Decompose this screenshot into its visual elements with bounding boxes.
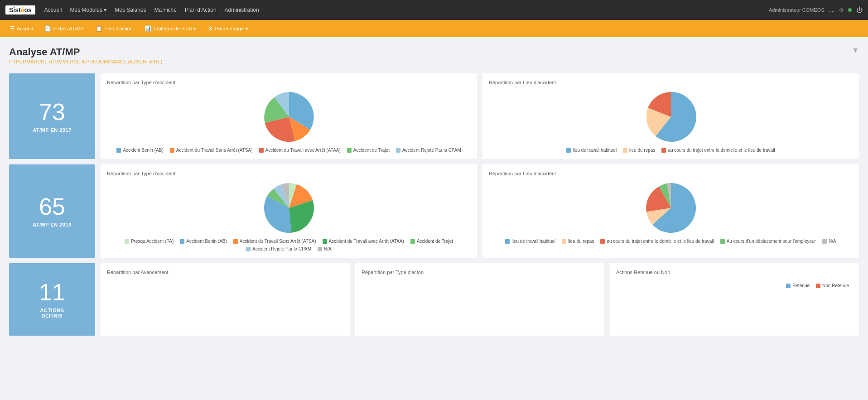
legend-dot-na-2016 bbox=[318, 247, 322, 251]
legend-retenue: Retenue Non Retenue bbox=[616, 280, 853, 292]
nav-ma-fiche[interactable]: Ma Fiche bbox=[154, 7, 177, 13]
legend-dot-atsa-2016 bbox=[233, 239, 238, 244]
chart-lieu-title-2017: Répartition par Lieu d'accident bbox=[489, 80, 853, 85]
home-icon: ☰ bbox=[10, 25, 15, 32]
legend-item: au cours du trajet entre le domicile et … bbox=[600, 239, 714, 244]
sec-nav-tableaux[interactable]: 📊 Tableaux de Bord ▾ bbox=[140, 24, 201, 34]
settings-icon[interactable]: ⚙ bbox=[839, 7, 844, 13]
sec-nav-accueil[interactable]: ☰ Accueil bbox=[5, 24, 37, 34]
legend-dot-ab bbox=[116, 148, 121, 153]
dots-label: .... bbox=[829, 7, 834, 13]
legend-label-atsa: Accident du Travail Sans Arrêt (ATSA) bbox=[176, 148, 253, 153]
legend-dot-deplacement bbox=[720, 239, 725, 244]
stat-label-2017: AT/MP EN 2017 bbox=[33, 127, 72, 133]
legend-item-non-retenue: Non Retenue bbox=[816, 283, 849, 288]
legend-label-atsa-2016: Accident du Travail Sans Arrêt (ATSA) bbox=[240, 239, 316, 244]
legend-label-na-lieu: N/A bbox=[829, 239, 836, 244]
legend-item: lieu de travail habituel bbox=[505, 239, 555, 244]
legend-label-lieu-travail-2016: lieu de travail habituel bbox=[511, 239, 555, 244]
chart-retenue-title: Actions Retenue ou Non bbox=[616, 270, 853, 275]
legend-label-trajet: Accident de Trajet bbox=[353, 148, 390, 153]
legend-item: Accident Rejeté Par la CPAM bbox=[396, 148, 461, 153]
legend-label-ataa-2016: Accident du Travail avec Arrêt (ATAA) bbox=[329, 239, 404, 244]
chart-lieu-accident-2016: Répartition par Lieu d'accident bbox=[482, 164, 859, 258]
chart-area-lieu-2016: lieu de travail habituel lieu du repas a… bbox=[489, 181, 853, 244]
stat-label-2016: AT/MP EN 2016 bbox=[33, 222, 72, 227]
legend-type-2016: Presqu Accident (PA) Accident Benin (AB)… bbox=[107, 239, 471, 251]
legend-item: Presqu Accident (PA) bbox=[125, 239, 174, 244]
sec-nav-plan-label: Plan d'action bbox=[104, 26, 133, 31]
chart-type-title-2017: Répartition par Type d'accident bbox=[107, 80, 471, 85]
stat-card-2017: 73 AT/MP EN 2017 bbox=[9, 73, 95, 159]
legend-label-trajet-lieu-2016: au cours du trajet entre le domicile et … bbox=[607, 239, 714, 244]
filter-icon[interactable]: ▼ bbox=[852, 46, 859, 54]
parametrage-icon: ⚙ bbox=[208, 25, 213, 32]
nav-administration[interactable]: Administration bbox=[225, 7, 259, 13]
chart-retenue: Actions Retenue ou Non Retenue Non Reten… bbox=[610, 263, 859, 336]
legend-item: lieu du repas bbox=[623, 148, 655, 153]
legend-dot-trajet-2016 bbox=[410, 239, 415, 244]
legend-item: Accident du Travail avec Arrêt (ATAA) bbox=[259, 148, 341, 153]
chart-type-title-2016: Répartition par Type d'accident bbox=[107, 171, 471, 176]
legend-item: Au cours d'un déplacement pour l'employe… bbox=[720, 239, 816, 244]
nav-accueil[interactable]: Accueil bbox=[44, 7, 62, 13]
chart-type-acton-title: Répartition par Type d'acton bbox=[362, 270, 598, 275]
charts-pair-2016: Répartition par Type d'accident bbox=[101, 164, 859, 258]
legend-dot-na-lieu bbox=[822, 239, 827, 244]
nav-mes-salaries[interactable]: Mes Salariés bbox=[115, 7, 146, 13]
legend-label-cpam-2016: Accident Rejeté Par la CPAM bbox=[252, 246, 311, 251]
sec-nav-accueil-label: Accueil bbox=[17, 26, 33, 31]
sec-nav-plan[interactable]: 📋 Plan d'action bbox=[91, 24, 137, 34]
sec-nav-fiches-label: Fiches AT/MP bbox=[53, 26, 84, 31]
stat-number-2016: 65 bbox=[39, 195, 65, 218]
status-dot bbox=[848, 8, 852, 12]
logo[interactable]: Sistéos bbox=[5, 5, 35, 14]
nav-right: Administrateur COMEOS .... ⚙ ⏻ bbox=[769, 6, 863, 14]
legend-dot-repas bbox=[623, 148, 627, 153]
legend-dot-trajet-lieu-2016 bbox=[600, 239, 605, 244]
legend-label-ab: Accident Benin (AB) bbox=[123, 148, 164, 153]
nav-left: Sistéos Accueil Mes Modules ▾ Mes Salari… bbox=[5, 5, 259, 14]
power-icon[interactable]: ⏻ bbox=[856, 6, 863, 14]
action-charts-trio: Répartition par Avancement Répartition p… bbox=[101, 263, 859, 336]
legend-label-cpam: Accident Rejeté Par la CPAM bbox=[402, 148, 461, 153]
legend-label-na-2016: N/A bbox=[324, 246, 332, 251]
stat-number-2017: 73 bbox=[39, 100, 65, 124]
legend-label-trajet-lieu: au cours du trajet entre le domicile et … bbox=[668, 148, 775, 153]
legend-label-pa: Presqu Accident (PA) bbox=[131, 239, 174, 244]
page-subtitle: HYPERMARCHE (COMMERCE A PREDOMINANCE ALI… bbox=[9, 59, 859, 64]
legend-dot-atsa bbox=[170, 148, 174, 153]
legend-dot-trajet-lieu bbox=[661, 148, 666, 153]
chart-type-accident-2017: Répartition par Type d'accident bbox=[101, 73, 477, 159]
legend-label-trajet-2016: Accident de Trajet bbox=[417, 239, 453, 244]
legend-label-repas-2016: lieu du repas bbox=[568, 239, 594, 244]
legend-item: Accident du Travail Sans Arrêt (ATSA) bbox=[233, 239, 316, 244]
chart-avancement-title: Répartition par Avancement bbox=[107, 270, 343, 275]
secondary-navigation: ☰ Accueil 📄 Fiches AT/MP 📋 Plan d'action… bbox=[0, 20, 868, 37]
chart-avancement: Répartition par Avancement bbox=[101, 263, 350, 336]
legend-dot-non-retenue bbox=[816, 284, 820, 288]
legend-item: N/A bbox=[822, 239, 836, 244]
legend-item: Accident Rejeté Par la CPAM bbox=[246, 246, 311, 251]
legend-dot-trajet bbox=[347, 148, 352, 153]
pie-type-2017 bbox=[262, 90, 316, 144]
stat-card-actions: 11 ACTIONS DÉFINIS bbox=[9, 263, 95, 336]
legend-dot-ataa-2016 bbox=[323, 239, 327, 244]
legend-item: Accident du Travail Sans Arrêt (ATSA) bbox=[170, 148, 253, 153]
legend-item: Accident Benin (AB) bbox=[116, 148, 164, 153]
page-content: Analyse AT/MP HYPERMARCHE (COMMERCE A PR… bbox=[0, 37, 868, 400]
sec-nav-parametrage[interactable]: ⚙ Paramétrage ▾ bbox=[203, 24, 253, 34]
pie-lieu-2016 bbox=[644, 181, 698, 235]
chart-lieu-title-2016: Répartition par Lieu d'accident bbox=[489, 171, 853, 176]
legend-dot-cpam bbox=[396, 148, 400, 153]
legend-label-ataa: Accident du Travail avec Arrêt (ATAA) bbox=[265, 148, 341, 153]
legend-type-2017: Accident Benin (AB) Accident du Travail … bbox=[116, 148, 461, 153]
nav-mes-modules[interactable]: Mes Modules ▾ bbox=[70, 7, 107, 13]
legend-label-ab-2016: Accident Benin (AB) bbox=[186, 239, 227, 244]
plan-icon: 📋 bbox=[96, 25, 102, 32]
nav-plan-action[interactable]: Plan d'Action bbox=[185, 7, 217, 13]
legend-item: Accident de Trajet bbox=[410, 239, 453, 244]
legend-label-repas: lieu du repas bbox=[629, 148, 655, 153]
parametrage-dropdown-icon: ▾ bbox=[246, 26, 248, 32]
sec-nav-fiches[interactable]: 📄 Fiches AT/MP bbox=[40, 24, 88, 34]
